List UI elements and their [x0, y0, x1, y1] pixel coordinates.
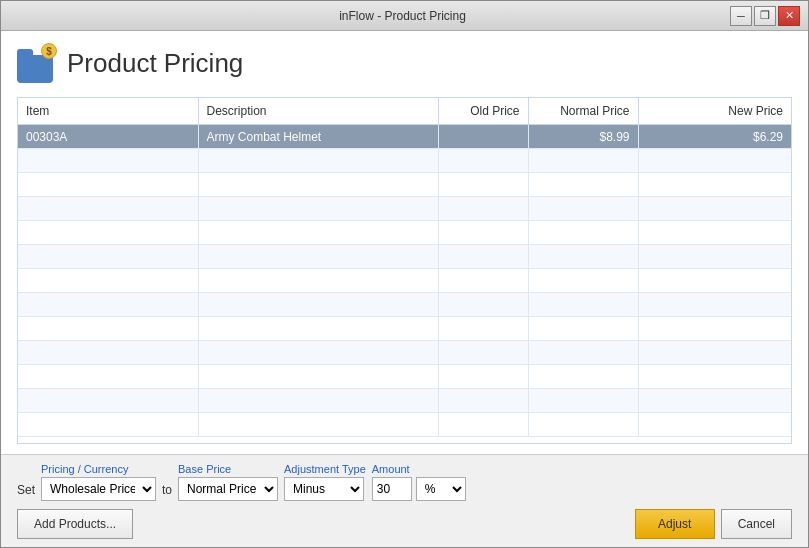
cell-new-price — [638, 389, 791, 413]
cell-normal-price — [528, 149, 638, 173]
cell-item — [18, 413, 198, 437]
cell-new-price — [638, 173, 791, 197]
folder-icon — [17, 55, 53, 83]
amount-inputs: % $ — [372, 477, 466, 501]
cell-description: Army Combat Helmet — [198, 125, 438, 149]
table-row[interactable] — [18, 245, 791, 269]
page-header: $ Product Pricing — [17, 43, 792, 83]
cell-description — [198, 173, 438, 197]
cell-new-price — [638, 221, 791, 245]
cell-normal-price — [528, 173, 638, 197]
cell-old-price — [438, 149, 528, 173]
cancel-button[interactable]: Cancel — [721, 509, 792, 539]
amount-unit-select[interactable]: % $ — [416, 477, 466, 501]
cell-old-price — [438, 269, 528, 293]
table-row[interactable] — [18, 413, 791, 437]
cell-normal-price — [528, 269, 638, 293]
table-row[interactable] — [18, 173, 791, 197]
header-icon: $ — [17, 43, 57, 83]
main-window: inFlow - Product Pricing ─ ❒ ✕ $ Product… — [0, 0, 809, 548]
cell-item — [18, 269, 198, 293]
bottom-controls: Set Pricing / Currency Wholesale Price R… — [1, 454, 808, 547]
cell-item — [18, 365, 198, 389]
cell-item — [18, 317, 198, 341]
table-row[interactable] — [18, 149, 791, 173]
cell-old-price — [438, 293, 528, 317]
cell-normal-price — [528, 245, 638, 269]
table-row[interactable] — [18, 389, 791, 413]
minimize-button[interactable]: ─ — [730, 6, 752, 26]
dollar-badge-icon: $ — [41, 43, 57, 59]
cell-normal-price: $8.99 — [528, 125, 638, 149]
cell-description — [198, 389, 438, 413]
set-label: Set — [17, 483, 35, 497]
cell-old-price — [438, 197, 528, 221]
cell-item — [18, 341, 198, 365]
cell-new-price: $6.29 — [638, 125, 791, 149]
table-row[interactable]: 00303A Army Combat Helmet $8.99 $6.29 — [18, 125, 791, 149]
page-title: Product Pricing — [67, 48, 243, 79]
pricing-currency-group: Pricing / Currency Wholesale Price Retai… — [41, 463, 156, 501]
table-row[interactable] — [18, 197, 791, 221]
product-table-container: Item Description Old Price Normal Price … — [17, 97, 792, 444]
cell-item — [18, 149, 198, 173]
adjustment-type-select[interactable]: Minus Plus Multiply Set To — [284, 477, 364, 501]
cell-item — [18, 293, 198, 317]
cell-new-price — [638, 413, 791, 437]
cell-new-price — [638, 341, 791, 365]
table-body: 00303A Army Combat Helmet $8.99 $6.29 — [18, 125, 791, 437]
cell-old-price — [438, 245, 528, 269]
cell-description — [198, 365, 438, 389]
cell-new-price — [638, 293, 791, 317]
window-controls: ─ ❒ ✕ — [730, 6, 800, 26]
pricing-currency-select[interactable]: Wholesale Price Retail Price Default Pri… — [41, 477, 156, 501]
cell-item — [18, 221, 198, 245]
amount-input[interactable] — [372, 477, 412, 501]
col-old-price-header: Old Price — [438, 98, 528, 125]
product-table: Item Description Old Price Normal Price … — [18, 98, 791, 437]
cell-normal-price — [528, 413, 638, 437]
cell-item — [18, 197, 198, 221]
cell-old-price — [438, 389, 528, 413]
adjustment-type-label: Adjustment Type — [284, 463, 366, 475]
cell-new-price — [638, 317, 791, 341]
cell-normal-price — [528, 341, 638, 365]
base-price-select[interactable]: Normal Price Old Price — [178, 477, 278, 501]
table-row[interactable] — [18, 341, 791, 365]
base-price-group: Base Price Normal Price Old Price — [178, 463, 278, 501]
add-products-button[interactable]: Add Products... — [17, 509, 133, 539]
adjust-button[interactable]: Adjust — [635, 509, 715, 539]
cell-old-price — [438, 221, 528, 245]
table-row[interactable] — [18, 221, 791, 245]
cell-new-price — [638, 365, 791, 389]
cell-item — [18, 173, 198, 197]
restore-button[interactable]: ❒ — [754, 6, 776, 26]
cell-normal-price — [528, 317, 638, 341]
cell-old-price — [438, 173, 528, 197]
amount-group: Amount % $ — [372, 463, 466, 501]
cell-description — [198, 245, 438, 269]
col-item-header: Item — [18, 98, 198, 125]
cell-description — [198, 341, 438, 365]
cell-normal-price — [528, 365, 638, 389]
cell-description — [198, 413, 438, 437]
table-header-row: Item Description Old Price Normal Price … — [18, 98, 791, 125]
cell-old-price — [438, 125, 528, 149]
table-row[interactable] — [18, 317, 791, 341]
cell-item — [18, 245, 198, 269]
cell-normal-price — [528, 389, 638, 413]
controls-row: Set Pricing / Currency Wholesale Price R… — [17, 463, 792, 501]
table-row[interactable] — [18, 269, 791, 293]
cell-description — [198, 221, 438, 245]
adjustment-type-group: Adjustment Type Minus Plus Multiply Set … — [284, 463, 366, 501]
cell-description — [198, 269, 438, 293]
table-row[interactable] — [18, 365, 791, 389]
col-new-price-header: New Price — [638, 98, 791, 125]
cell-new-price — [638, 149, 791, 173]
cell-old-price — [438, 413, 528, 437]
to-label: to — [162, 483, 172, 497]
close-button[interactable]: ✕ — [778, 6, 800, 26]
cell-old-price — [438, 365, 528, 389]
right-buttons: Adjust Cancel — [635, 509, 792, 539]
table-row[interactable] — [18, 293, 791, 317]
